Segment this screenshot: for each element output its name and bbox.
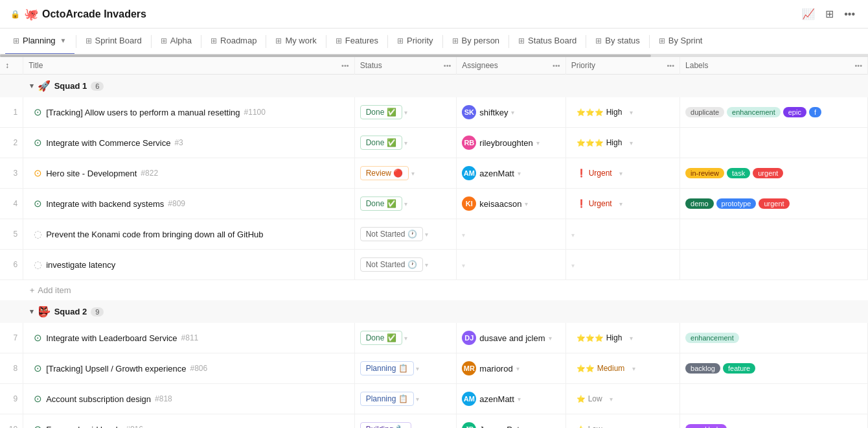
tab-planning[interactable]: ⊞ Planning ▼ [5, 29, 74, 54]
assignees-cell[interactable]: RB rileybroughten ▾ [457, 128, 565, 158]
more-button[interactable]: ••• [841, 5, 858, 23]
assignee-dropdown[interactable]: ▾ [534, 426, 538, 429]
row-title[interactable]: Integrate with Commerce Service [46, 138, 170, 148]
priority-cell[interactable]: ❗ Urgent ▾ [565, 189, 680, 219]
status-dropdown[interactable]: ▾ [404, 109, 407, 116]
priority-cell[interactable]: ⭐ Low ▾ [565, 384, 680, 414]
group-chevron-0[interactable]: ▾ [30, 82, 34, 90]
chart-button[interactable]: 📈 [799, 5, 817, 23]
col-header-priority[interactable]: Priority ••• [565, 57, 680, 75]
assignees-cell[interactable]: ▾ [457, 219, 565, 250]
status-dropdown[interactable]: ▾ [425, 231, 428, 238]
row-title[interactable]: Integrate with Leaderboard Service [46, 333, 177, 343]
tab-by-status[interactable]: ⊞ By status [588, 29, 647, 54]
status-cell[interactable]: Building 🔧 ▾ [354, 414, 457, 429]
row-title[interactable]: investigate latency [46, 260, 115, 270]
group-chevron-1[interactable]: ▾ [30, 307, 34, 316]
tab-my-work[interactable]: ⊞ My work [268, 29, 324, 54]
tab-sprint-board[interactable]: ⊞ Sprint Board [78, 29, 150, 54]
label-badge: in-review [685, 168, 724, 178]
assignees-cell[interactable]: ▾ [457, 250, 565, 280]
priority-cell[interactable]: ⭐ Low ▾ [565, 414, 680, 429]
status-dropdown[interactable]: ▾ [404, 139, 407, 147]
priority-dropdown[interactable]: ▾ [610, 396, 613, 403]
assignees-cell[interactable]: DJ dusave and jclem ▾ [457, 323, 565, 353]
status-dropdown[interactable]: ▾ [411, 170, 415, 177]
col-more-assignees[interactable]: ••• [553, 62, 560, 69]
col-header-assignees[interactable]: Assignees ••• [457, 57, 565, 75]
row-title[interactable]: Prevent the Konami code from bringing do… [46, 230, 263, 239]
priority-dropdown[interactable]: ▾ [619, 170, 622, 177]
assignee-dropdown[interactable]: ▾ [516, 365, 520, 372]
grid-button[interactable]: ⊞ [823, 5, 836, 23]
row-title[interactable]: [Tracking] Upsell / Growth experience [46, 364, 186, 374]
status-dropdown[interactable]: ▾ [425, 261, 428, 268]
tab-icon-planning: ⊞ [13, 36, 19, 45]
priority-dropdown[interactable]: ▾ [619, 200, 622, 208]
priority-cell[interactable]: ⭐⭐ Medium ▾ [565, 353, 680, 384]
assignees-cell[interactable]: JP JannesPeters ▾ [457, 414, 565, 429]
tab-status-board[interactable]: ⊞ Status Board [510, 29, 584, 54]
tab-by-sprint[interactable]: ⊞ By Sprint [651, 29, 711, 54]
assignees-cell[interactable]: AM azenMatt ▾ [457, 384, 565, 414]
status-cell[interactable]: Planning 📋 ▾ [354, 384, 457, 414]
assignee-cell: SK shiftkey ▾ [462, 105, 560, 119]
group-count-0: 6 [91, 82, 104, 91]
assignee-dropdown[interactable]: ▾ [518, 170, 521, 177]
table-row: 7 ⊙ Integrate with Leaderboard Service #… [0, 323, 868, 353]
status-cell[interactable]: Review 🔴 ▾ [354, 158, 457, 189]
priority-cell[interactable]: ▾ [565, 219, 680, 250]
tab-by-person[interactable]: ⊞ By person [444, 29, 508, 54]
priority-dropdown[interactable]: ▾ [610, 426, 613, 429]
priority-dropdown[interactable]: ▾ [632, 365, 635, 372]
assignee-dropdown[interactable]: ▾ [511, 109, 514, 116]
avatar: SK [462, 105, 476, 119]
row-title[interactable]: Account subscription design [46, 394, 151, 404]
status-dropdown[interactable]: ▾ [416, 365, 419, 372]
status-cell[interactable]: Done ✅ ▾ [354, 128, 457, 158]
assignees-cell[interactable]: AM azenMatt ▾ [457, 158, 565, 189]
assignee-dropdown[interactable]: ▾ [549, 335, 552, 342]
assignees-cell[interactable]: MR mariorod ▾ [457, 353, 565, 384]
status-cell[interactable]: Planning 📋 ▾ [354, 353, 457, 384]
tab-roadmap[interactable]: ⊞ Roadmap [203, 29, 264, 54]
priority-cell[interactable]: ❗ Urgent ▾ [565, 158, 680, 189]
priority-dropdown[interactable]: ▾ [630, 139, 633, 147]
col-more-status[interactable]: ••• [444, 62, 451, 69]
row-title[interactable]: Hero site - Development [46, 169, 137, 178]
status-cell[interactable]: Not Started 🕐 ▾ [354, 250, 457, 280]
col-header-status[interactable]: Status ••• [354, 57, 457, 75]
tab-features[interactable]: ⊞ Features [328, 29, 386, 54]
priority-cell[interactable]: ⭐⭐⭐ High ▾ [565, 323, 680, 353]
assignees-cell[interactable]: SK shiftkey ▾ [457, 97, 565, 128]
status-cell[interactable]: Done ✅ ▾ [354, 97, 457, 128]
col-header-title[interactable]: Title ••• [23, 57, 354, 75]
assignee-dropdown[interactable]: ▾ [536, 139, 540, 147]
row-title[interactable]: [Tracking] Allow users to perform a manu… [46, 108, 240, 117]
priority-dropdown[interactable]: ▾ [630, 109, 633, 116]
col-more-title[interactable]: ••• [341, 62, 349, 69]
col-header-labels[interactable]: Labels ••• [680, 57, 868, 75]
tab-priority[interactable]: ⊞ Priority [389, 29, 440, 54]
priority-cell[interactable]: ⭐⭐⭐ High ▾ [565, 97, 680, 128]
priority-cell[interactable]: ⭐⭐⭐ High ▾ [565, 128, 680, 158]
assignee-dropdown[interactable]: ▾ [518, 396, 521, 403]
col-more-labels[interactable]: ••• [854, 62, 862, 69]
assignee-dropdown[interactable]: ▾ [525, 200, 528, 208]
priority-cell[interactable]: ▾ [565, 250, 680, 280]
status-cell[interactable]: Done ✅ ▾ [354, 323, 457, 353]
status-cell[interactable]: Not Started 🕐 ▾ [354, 219, 457, 250]
assignees-cell[interactable]: KI keisaacson ▾ [457, 189, 565, 219]
col-more-priority[interactable]: ••• [667, 62, 674, 69]
tab-alpha[interactable]: ⊞ Alpha [153, 29, 200, 54]
row-title[interactable]: Free and paid levels [46, 425, 122, 429]
status-cell[interactable]: Done ✅ ▾ [354, 189, 457, 219]
table-container[interactable]: ↕ Title ••• Status ••• [0, 57, 868, 428]
priority-dropdown[interactable]: ▾ [630, 335, 633, 342]
col-header-sort[interactable]: ↕ [0, 57, 23, 75]
add-item-button[interactable]: + Add item [30, 285, 71, 295]
status-dropdown[interactable]: ▾ [416, 396, 419, 403]
status-dropdown[interactable]: ▾ [404, 200, 407, 208]
status-dropdown[interactable]: ▾ [404, 335, 407, 342]
row-title[interactable]: Integrate with backend systems [46, 199, 164, 209]
